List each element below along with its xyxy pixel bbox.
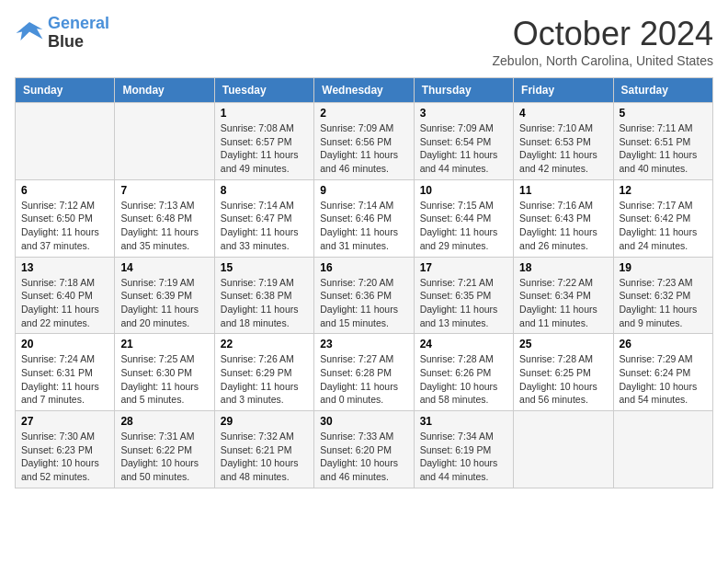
calendar-cell: 23Sunrise: 7:27 AM Sunset: 6:28 PM Dayli…: [314, 334, 414, 411]
day-info: Sunrise: 7:11 AM Sunset: 6:51 PM Dayligh…: [620, 121, 707, 176]
title-block: October 2024 Zebulon, North Carolina, Un…: [493, 15, 713, 68]
calendar-cell: 6Sunrise: 7:12 AM Sunset: 6:50 PM Daylig…: [16, 179, 115, 257]
calendar-cell: [613, 411, 712, 488]
calendar-day-header: Sunday: [16, 78, 115, 103]
calendar-day-header: Saturday: [613, 78, 712, 103]
day-number: 16: [320, 261, 407, 274]
calendar-cell: 11Sunrise: 7:16 AM Sunset: 6:43 PM Dayli…: [514, 179, 613, 257]
day-info: Sunrise: 7:13 AM Sunset: 6:48 PM Dayligh…: [120, 199, 208, 253]
day-info: Sunrise: 7:20 AM Sunset: 6:36 PM Dayligh…: [320, 276, 407, 330]
calendar-cell: 7Sunrise: 7:13 AM Sunset: 6:48 PM Daylig…: [115, 179, 214, 257]
month-title: October 2024: [493, 15, 713, 53]
day-number: 10: [420, 184, 507, 197]
day-info: Sunrise: 7:29 AM Sunset: 6:24 PM Dayligh…: [620, 352, 707, 407]
day-number: 6: [21, 184, 108, 197]
day-info: Sunrise: 7:14 AM Sunset: 6:46 PM Dayligh…: [320, 199, 407, 253]
day-number: 27: [21, 415, 108, 428]
calendar-cell: 30Sunrise: 7:33 AM Sunset: 6:20 PM Dayli…: [314, 411, 414, 488]
calendar-cell: 16Sunrise: 7:20 AM Sunset: 6:36 PM Dayli…: [314, 257, 414, 334]
calendar-cell: 3Sunrise: 7:09 AM Sunset: 6:54 PM Daylig…: [414, 103, 513, 180]
calendar-cell: 18Sunrise: 7:22 AM Sunset: 6:34 PM Dayli…: [514, 257, 613, 334]
calendar-cell: 17Sunrise: 7:21 AM Sunset: 6:35 PM Dayli…: [414, 257, 513, 334]
calendar-cell: 2Sunrise: 7:09 AM Sunset: 6:56 PM Daylig…: [314, 103, 414, 180]
day-info: Sunrise: 7:10 AM Sunset: 6:53 PM Dayligh…: [519, 121, 607, 176]
day-number: 18: [519, 261, 607, 274]
logo: General Blue: [15, 15, 109, 52]
logo-icon: [15, 18, 44, 44]
calendar-cell: 22Sunrise: 7:26 AM Sunset: 6:29 PM Dayli…: [214, 334, 313, 411]
page-header: General Blue October 2024 Zebulon, North…: [15, 15, 713, 68]
calendar-cell: 10Sunrise: 7:15 AM Sunset: 6:44 PM Dayli…: [414, 179, 513, 257]
day-info: Sunrise: 7:31 AM Sunset: 6:22 PM Dayligh…: [120, 430, 208, 484]
day-number: 11: [519, 184, 607, 197]
calendar-body: 1Sunrise: 7:08 AM Sunset: 6:57 PM Daylig…: [16, 103, 713, 488]
day-number: 20: [21, 338, 108, 350]
day-number: 21: [120, 338, 208, 350]
day-number: 30: [320, 415, 407, 428]
calendar-table: SundayMondayTuesdayWednesdayThursdayFrid…: [15, 77, 713, 488]
calendar-cell: 8Sunrise: 7:14 AM Sunset: 6:47 PM Daylig…: [214, 179, 313, 257]
calendar-day-header: Wednesday: [314, 78, 414, 103]
day-number: 7: [120, 184, 208, 197]
day-info: Sunrise: 7:22 AM Sunset: 6:34 PM Dayligh…: [519, 276, 607, 330]
calendar-cell: 28Sunrise: 7:31 AM Sunset: 6:22 PM Dayli…: [115, 411, 214, 488]
day-number: 5: [620, 107, 707, 120]
day-info: Sunrise: 7:24 AM Sunset: 6:31 PM Dayligh…: [21, 352, 108, 407]
day-info: Sunrise: 7:26 AM Sunset: 6:29 PM Dayligh…: [221, 352, 308, 407]
calendar-cell: [16, 103, 115, 180]
calendar-day-header: Friday: [514, 78, 613, 103]
day-number: 14: [120, 261, 208, 274]
calendar-cell: 9Sunrise: 7:14 AM Sunset: 6:46 PM Daylig…: [314, 179, 414, 257]
svg-marker-0: [17, 22, 43, 40]
day-number: 24: [420, 338, 507, 350]
day-number: 28: [120, 415, 208, 428]
day-info: Sunrise: 7:34 AM Sunset: 6:19 PM Dayligh…: [420, 430, 507, 484]
day-number: 2: [320, 107, 407, 120]
calendar-week-row: 20Sunrise: 7:24 AM Sunset: 6:31 PM Dayli…: [16, 334, 713, 411]
calendar-cell: 20Sunrise: 7:24 AM Sunset: 6:31 PM Dayli…: [16, 334, 115, 411]
calendar-cell: 24Sunrise: 7:28 AM Sunset: 6:26 PM Dayli…: [414, 334, 513, 411]
calendar-cell: 29Sunrise: 7:32 AM Sunset: 6:21 PM Dayli…: [214, 411, 313, 488]
day-number: 13: [21, 261, 108, 274]
calendar-cell: 27Sunrise: 7:30 AM Sunset: 6:23 PM Dayli…: [16, 411, 115, 488]
calendar-cell: 13Sunrise: 7:18 AM Sunset: 6:40 PM Dayli…: [16, 257, 115, 334]
logo-text: General Blue: [48, 15, 109, 52]
calendar-cell: 5Sunrise: 7:11 AM Sunset: 6:51 PM Daylig…: [613, 103, 712, 180]
calendar-cell: 12Sunrise: 7:17 AM Sunset: 6:42 PM Dayli…: [613, 179, 712, 257]
calendar-cell: [514, 411, 613, 488]
day-number: 15: [221, 261, 308, 274]
day-info: Sunrise: 7:15 AM Sunset: 6:44 PM Dayligh…: [420, 199, 507, 253]
calendar-week-row: 1Sunrise: 7:08 AM Sunset: 6:57 PM Daylig…: [16, 103, 713, 180]
location: Zebulon, North Carolina, United States: [493, 53, 713, 68]
day-info: Sunrise: 7:27 AM Sunset: 6:28 PM Dayligh…: [320, 352, 407, 407]
day-info: Sunrise: 7:32 AM Sunset: 6:21 PM Dayligh…: [221, 430, 308, 484]
day-info: Sunrise: 7:30 AM Sunset: 6:23 PM Dayligh…: [21, 430, 108, 484]
day-info: Sunrise: 7:33 AM Sunset: 6:20 PM Dayligh…: [320, 430, 407, 484]
calendar-cell: 19Sunrise: 7:23 AM Sunset: 6:32 PM Dayli…: [613, 257, 712, 334]
day-info: Sunrise: 7:14 AM Sunset: 6:47 PM Dayligh…: [221, 199, 308, 253]
day-number: 19: [620, 261, 707, 274]
day-info: Sunrise: 7:19 AM Sunset: 6:38 PM Dayligh…: [221, 276, 308, 330]
day-number: 17: [420, 261, 507, 274]
calendar-cell: 31Sunrise: 7:34 AM Sunset: 6:19 PM Dayli…: [414, 411, 513, 488]
day-number: 12: [620, 184, 707, 197]
day-info: Sunrise: 7:25 AM Sunset: 6:30 PM Dayligh…: [120, 352, 208, 407]
calendar-cell: 1Sunrise: 7:08 AM Sunset: 6:57 PM Daylig…: [214, 103, 313, 180]
calendar-week-row: 6Sunrise: 7:12 AM Sunset: 6:50 PM Daylig…: [16, 179, 713, 257]
day-number: 3: [420, 107, 507, 120]
day-number: 22: [221, 338, 308, 350]
day-number: 9: [320, 184, 407, 197]
day-info: Sunrise: 7:28 AM Sunset: 6:25 PM Dayligh…: [519, 352, 607, 407]
calendar-day-header: Tuesday: [214, 78, 313, 103]
calendar-cell: 15Sunrise: 7:19 AM Sunset: 6:38 PM Dayli…: [214, 257, 313, 334]
day-number: 29: [221, 415, 308, 428]
calendar-cell: 21Sunrise: 7:25 AM Sunset: 6:30 PM Dayli…: [115, 334, 214, 411]
day-number: 1: [221, 107, 308, 120]
day-info: Sunrise: 7:08 AM Sunset: 6:57 PM Dayligh…: [221, 121, 308, 176]
calendar-cell: 25Sunrise: 7:28 AM Sunset: 6:25 PM Dayli…: [514, 334, 613, 411]
day-info: Sunrise: 7:12 AM Sunset: 6:50 PM Dayligh…: [21, 199, 108, 253]
day-number: 25: [519, 338, 607, 350]
day-number: 8: [221, 184, 308, 197]
day-info: Sunrise: 7:28 AM Sunset: 6:26 PM Dayligh…: [420, 352, 507, 407]
day-info: Sunrise: 7:18 AM Sunset: 6:40 PM Dayligh…: [21, 276, 108, 330]
